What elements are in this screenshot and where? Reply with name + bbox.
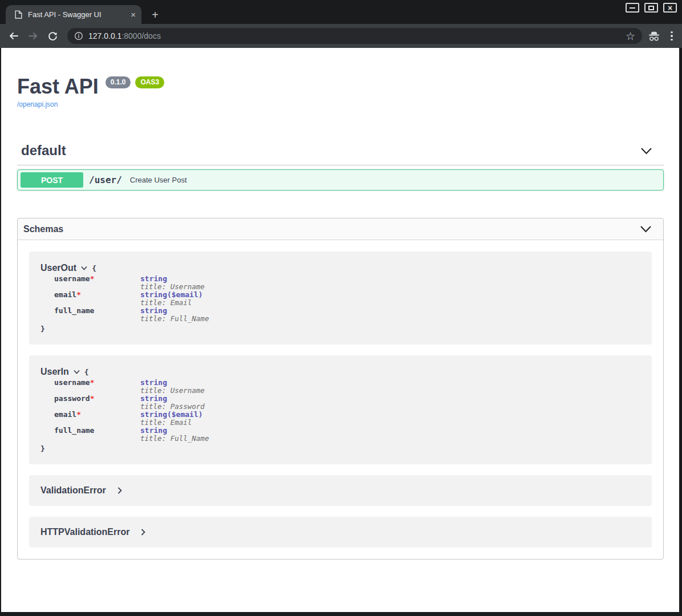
- maximize-button[interactable]: [644, 3, 658, 13]
- tag-default-header[interactable]: default: [17, 143, 664, 159]
- property-title: title: Full_Name: [140, 435, 209, 443]
- open-brace: {: [92, 264, 96, 273]
- required-star: *: [90, 274, 95, 283]
- chevron-right-icon[interactable]: [117, 487, 122, 494]
- property-name: full_name: [54, 307, 140, 323]
- model-properties: username*stringtitle: Usernameemail*stri…: [54, 275, 640, 323]
- tab-close-icon[interactable]: ×: [131, 10, 136, 19]
- reload-button[interactable]: [44, 28, 60, 44]
- model-ValidationError: ValidationError: [29, 475, 652, 506]
- tag-title: default: [21, 143, 640, 159]
- incognito-icon: [648, 31, 660, 42]
- url-path: :8000/docs: [121, 31, 161, 40]
- property-type: string: [140, 427, 209, 435]
- property-name: email*: [54, 411, 140, 427]
- chevron-down-icon[interactable]: [640, 225, 652, 233]
- schemas-section: Schemas UserOut{username*stringtitle: Us…: [17, 218, 664, 560]
- model-name: ValidationError: [40, 485, 106, 496]
- version-badge: 0.1.0: [105, 76, 131, 88]
- property-email: email*string($email)title: Email: [54, 291, 640, 307]
- model-name: UserOut: [40, 263, 76, 273]
- url-text[interactable]: 127.0.0.1:8000/docs: [88, 31, 161, 40]
- endpoint-path: /user/: [89, 175, 122, 185]
- property-title: title: Email: [140, 419, 203, 427]
- close-brace: }: [40, 444, 640, 453]
- property-full_name: full_namestringtitle: Full_Name: [54, 427, 640, 443]
- forward-button[interactable]: [25, 28, 41, 44]
- browser-titlebar: Fast API - Swagger UI × + ×: [0, 0, 682, 24]
- property-name: username*: [54, 275, 140, 291]
- property-title: title: Username: [140, 283, 205, 291]
- model-properties: username*stringtitle: Usernamepassword*s…: [54, 379, 640, 443]
- model-toggle-UserIn[interactable]: UserIn{: [40, 367, 640, 377]
- browser-tab[interactable]: Fast API - Swagger UI ×: [6, 5, 141, 24]
- browser-window: Fast API - Swagger UI × + × 127.0.0.1:80…: [0, 0, 682, 616]
- close-window-button[interactable]: ×: [663, 3, 677, 13]
- required-star: *: [90, 378, 95, 387]
- document-icon: [15, 10, 22, 19]
- openapi-json-link[interactable]: /openapi.json: [17, 100, 58, 108]
- required-star: *: [76, 290, 81, 299]
- star-icon[interactable]: ☆: [626, 31, 635, 42]
- minimize-button[interactable]: [626, 3, 639, 13]
- property-password: password*stringtitle: Password: [54, 395, 640, 411]
- section-divider: [17, 165, 664, 165]
- schemas-title: Schemas: [23, 224, 640, 234]
- model-name: UserIn: [40, 367, 69, 377]
- chevron-down-icon[interactable]: [74, 370, 80, 374]
- chevron-down-icon[interactable]: [81, 266, 87, 270]
- schemas-header[interactable]: Schemas: [18, 218, 663, 240]
- model-UserIn: UserIn{username*stringtitle: Usernamepas…: [29, 355, 652, 464]
- open-brace: {: [84, 368, 89, 376]
- property-title: title: Full_Name: [140, 315, 209, 323]
- schemas-models: UserOut{username*stringtitle: Usernameem…: [18, 240, 663, 559]
- url-host: 127.0.0.1: [88, 31, 121, 40]
- property-email: email*string($email)title: Email: [54, 411, 640, 427]
- property-name: full_name: [54, 427, 140, 443]
- required-star: *: [90, 394, 95, 403]
- model-name: HTTPValidationError: [40, 527, 129, 537]
- new-tab-button[interactable]: +: [148, 8, 162, 22]
- close-brace: }: [40, 325, 640, 333]
- endpoint-summary: Create User Post: [130, 176, 187, 184]
- property-title: title: Email: [140, 299, 203, 307]
- property-name: email*: [54, 291, 140, 307]
- property-username: username*stringtitle: Username: [54, 379, 640, 395]
- property-name: username*: [54, 379, 140, 395]
- required-star: *: [76, 410, 81, 419]
- model-toggle-HTTPValidationError[interactable]: HTTPValidationError: [40, 527, 145, 537]
- property-type: string: [140, 395, 205, 403]
- api-title: Fast API: [17, 75, 99, 99]
- method-badge: POST: [21, 172, 83, 188]
- model-HTTPValidationError: HTTPValidationError: [29, 517, 652, 548]
- property-full_name: full_namestringtitle: Full_Name: [54, 307, 640, 323]
- chevron-down-icon[interactable]: [640, 147, 652, 155]
- oas3-badge: OAS3: [135, 76, 164, 88]
- model-toggle-ValidationError[interactable]: ValidationError: [40, 485, 122, 496]
- property-title: title: Password: [140, 403, 205, 411]
- property-username: username*stringtitle: Username: [54, 275, 640, 291]
- property-type: string($email): [140, 291, 203, 299]
- tab-title: Fast API - Swagger UI: [28, 10, 127, 19]
- info-icon[interactable]: [74, 31, 83, 40]
- browser-toolbar: 127.0.0.1:8000/docs ☆: [0, 24, 682, 48]
- property-type: string: [140, 307, 209, 315]
- model-toggle-UserOut[interactable]: UserOut{: [40, 263, 640, 273]
- back-button[interactable]: [6, 28, 22, 44]
- chevron-right-icon[interactable]: [141, 529, 145, 536]
- address-bar[interactable]: 127.0.0.1:8000/docs ☆: [67, 28, 642, 44]
- swagger-page: Fast API 0.1.0 OAS3 /openapi.json defaul…: [1, 48, 679, 612]
- model-UserOut: UserOut{username*stringtitle: Usernameem…: [29, 252, 652, 345]
- property-type: string: [140, 275, 205, 283]
- property-name: password*: [54, 395, 140, 411]
- property-title: title: Username: [140, 387, 205, 395]
- property-type: string($email): [140, 411, 203, 419]
- browser-menu-icon[interactable]: [669, 30, 674, 42]
- api-info: Fast API 0.1.0 OAS3 /openapi.json: [17, 48, 664, 109]
- endpoint-post-user[interactable]: POST /user/ Create User Post: [17, 169, 664, 191]
- property-type: string: [140, 379, 205, 387]
